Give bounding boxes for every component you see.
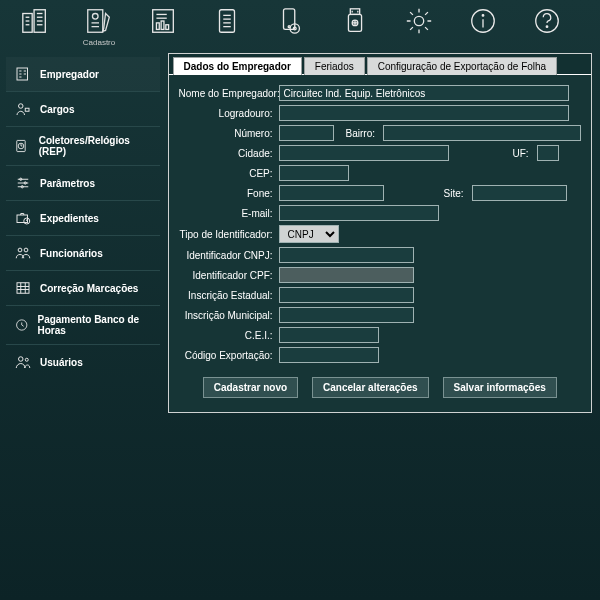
sidebar-item-funcionarios[interactable]: Funcionários — [6, 236, 160, 271]
tab-dados-empregador[interactable]: Dados do Empregador — [173, 57, 302, 75]
info-icon — [468, 6, 498, 36]
svg-rect-48 — [25, 108, 29, 111]
person-badge-icon — [14, 100, 32, 118]
phone-location-icon — [276, 6, 306, 36]
bairro-input[interactable] — [383, 125, 581, 141]
toolbar-lists[interactable] — [206, 6, 248, 47]
toolbar-usb[interactable] — [334, 6, 376, 47]
sidebar-item-expedientes[interactable]: Expedientes — [6, 201, 160, 236]
logradouro-input[interactable] — [279, 105, 569, 121]
sidebar-item-cargos[interactable]: Cargos — [6, 92, 160, 127]
gear-icon — [404, 6, 434, 36]
cei-input[interactable] — [279, 327, 379, 343]
cancel-button[interactable]: Cancelar alterações — [312, 377, 429, 398]
label-site: Site: — [388, 188, 468, 199]
sidebar-item-pagamento[interactable]: Pagamento Banco de Horas — [6, 306, 160, 345]
cep-input[interactable] — [279, 165, 349, 181]
svg-rect-64 — [17, 283, 29, 294]
sidebar-label: Funcionários — [40, 248, 103, 259]
uf-input[interactable] — [537, 145, 559, 161]
new-button[interactable]: Cadastrar novo — [203, 377, 298, 398]
top-toolbar: Cadastro — [0, 0, 600, 49]
label-email: E-mail: — [179, 208, 279, 219]
svg-rect-24 — [284, 9, 295, 30]
sidebar-item-usuarios[interactable]: Usuários — [6, 345, 160, 379]
svg-point-40 — [546, 26, 548, 28]
sidebar-label: Coletores/Relógios (REP) — [39, 135, 152, 157]
action-bar: Cadastrar novo Cancelar alterações Salva… — [179, 377, 581, 398]
svg-point-73 — [25, 358, 28, 361]
site-input[interactable] — [472, 185, 567, 201]
toolbar-cadastro[interactable]: Cadastro — [78, 6, 120, 47]
sidebar-label: Correção Marcações — [40, 283, 138, 294]
sidebar-label: Usuários — [40, 357, 83, 368]
svg-line-71 — [22, 325, 24, 326]
label-cnpj: Identificador CNPJ: — [179, 250, 279, 261]
svg-rect-0 — [23, 14, 32, 33]
label-insc-est: Inscrição Estadual: — [179, 290, 279, 301]
tab-bar: Dados do Empregador Feriados Configuraçã… — [169, 54, 591, 75]
sidebar-label: Expedientes — [40, 213, 99, 224]
people-group-icon — [14, 244, 32, 262]
toolbar-mobile[interactable] — [270, 6, 312, 47]
device-list-icon — [212, 6, 242, 36]
label-cidade: Cidade: — [179, 148, 279, 159]
label-numero: Número: — [179, 128, 279, 139]
insc-est-input[interactable] — [279, 287, 414, 303]
svg-point-47 — [19, 104, 24, 109]
save-button[interactable]: Salvar informações — [443, 377, 557, 398]
tipo-id-select[interactable]: CNPJ — [279, 225, 339, 243]
clock-money-icon — [14, 316, 29, 334]
sidebar-label: Pagamento Banco de Horas — [37, 314, 151, 336]
toolbar-settings[interactable] — [398, 6, 440, 47]
tab-config-exportacao[interactable]: Configuração de Exportação de Folha — [367, 57, 557, 75]
sidebar-item-correcao[interactable]: Correção Marcações — [6, 271, 160, 306]
label-fone: Fone: — [179, 188, 279, 199]
sidebar-label: Empregador — [40, 69, 99, 80]
users-icon — [14, 353, 32, 371]
svg-point-62 — [18, 248, 22, 252]
sidebar-item-parametros[interactable]: Parâmetros — [6, 166, 160, 201]
employer-form: Nome do Empregador: Logradouro: Número: … — [179, 85, 581, 363]
fone-input[interactable] — [279, 185, 384, 201]
sidebar-item-empregador[interactable]: Empregador — [6, 57, 160, 92]
label-insc-mun: Inscrição Municipal: — [179, 310, 279, 321]
sidebar-item-coletores[interactable]: Coletores/Relógios (REP) — [6, 127, 160, 166]
svg-rect-59 — [17, 215, 28, 223]
label-cpf: Identificador CPF: — [179, 270, 279, 281]
toolbar-reports[interactable] — [142, 6, 184, 47]
tab-feriados[interactable]: Feriados — [304, 57, 365, 75]
sidebar-label: Cargos — [40, 104, 74, 115]
label-cep: CEP: — [179, 168, 279, 179]
buildings-icon — [20, 6, 50, 36]
content-panel: Dados do Empregador Feriados Configuraçã… — [168, 53, 592, 413]
cnpj-input[interactable] — [279, 247, 414, 263]
form-pencil-icon — [84, 6, 114, 36]
report-chart-icon — [148, 6, 178, 36]
svg-point-35 — [414, 16, 423, 25]
insc-mun-input[interactable] — [279, 307, 414, 323]
label-logradouro: Logradouro: — [179, 108, 279, 119]
label-uf: UF: — [453, 148, 533, 159]
svg-rect-16 — [156, 23, 159, 30]
toolbar-help[interactable] — [526, 6, 568, 47]
toolbar-company[interactable] — [14, 6, 56, 47]
toolbar-info[interactable] — [462, 6, 504, 47]
help-icon — [532, 6, 562, 36]
svg-point-10 — [92, 14, 98, 20]
email-input[interactable] — [279, 205, 439, 221]
nome-input[interactable] — [279, 85, 569, 101]
toolbar-cadastro-label: Cadastro — [83, 38, 115, 47]
label-cei: C.E.I.: — [179, 330, 279, 341]
cidade-input[interactable] — [279, 145, 449, 161]
svg-point-72 — [19, 357, 24, 362]
cod-exp-input[interactable] — [279, 347, 379, 363]
sliders-icon — [14, 174, 32, 192]
svg-rect-17 — [161, 21, 164, 29]
sidebar-label: Parâmetros — [40, 178, 95, 189]
svg-rect-18 — [166, 25, 169, 30]
label-tipo-id: Tipo de Identificador: — [179, 229, 279, 240]
briefcase-clock-icon — [14, 209, 32, 227]
label-bairro: Bairro: — [338, 128, 379, 139]
numero-input[interactable] — [279, 125, 334, 141]
